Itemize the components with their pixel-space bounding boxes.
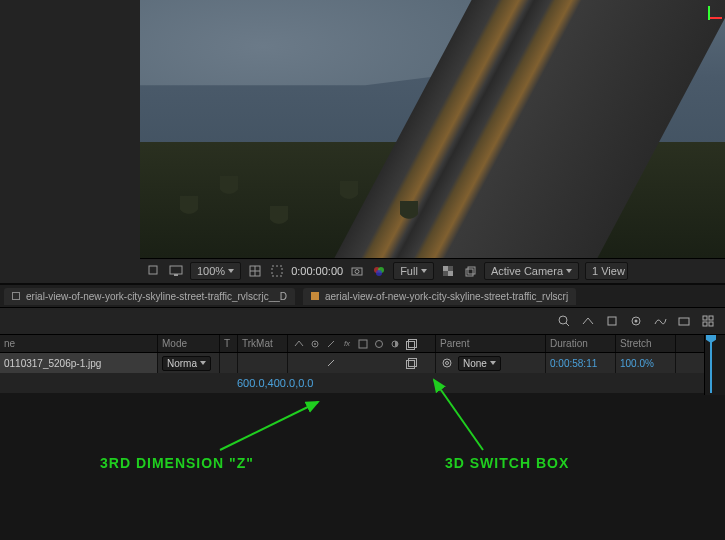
svg-point-35 (443, 359, 451, 367)
svg-point-18 (559, 316, 567, 324)
tab-label: aerial-view-of-new-york-city-skyline-str… (325, 291, 568, 302)
axis-gizmo-icon[interactable] (697, 6, 719, 28)
quality-switch[interactable] (324, 356, 338, 370)
timeline-column-headers: ne Mode T TrkMat fx Parent Duration Stre… (0, 335, 725, 353)
svg-rect-17 (468, 267, 475, 274)
zoom-dropdown[interactable]: 100% (190, 262, 241, 280)
3d-switch-header-icon (404, 337, 418, 351)
camera-view-value: Active Camera (491, 265, 563, 277)
zoom-value: 100% (197, 265, 225, 277)
svg-rect-2 (174, 274, 178, 276)
transparency-grid-icon[interactable] (440, 263, 456, 279)
svg-rect-14 (448, 266, 453, 271)
position-property-row: 600.0,400.0,0.0 (0, 373, 725, 393)
parent-dropdown[interactable]: None (458, 356, 501, 371)
resolution-dropdown[interactable]: Full (393, 262, 434, 280)
resolution-value: Full (400, 265, 418, 277)
tab-indicator-icon (12, 292, 20, 300)
frame-blend-icon[interactable] (603, 312, 621, 330)
col-duration[interactable]: Duration (546, 335, 616, 352)
svg-line-34 (328, 360, 334, 366)
svg-rect-27 (709, 322, 713, 326)
col-switches: fx (288, 335, 436, 352)
display-icon[interactable] (168, 263, 184, 279)
composition-tab[interactable]: aerial-view-of-new-york-city-skyline-str… (303, 288, 576, 305)
timecode-display[interactable]: 0:00:00:00 (291, 265, 343, 277)
timeline-ruler[interactable] (704, 335, 725, 395)
blend-mode-dropdown[interactable]: Norma (162, 356, 211, 371)
view-count-dropdown[interactable]: 1 View (585, 262, 628, 280)
fx-switch[interactable] (340, 356, 354, 370)
position-z[interactable]: 0.0 (298, 377, 313, 389)
timeline-tabs-bar: erial-view-of-new-york-city-skyline-stre… (0, 285, 725, 307)
chevron-down-icon (200, 361, 206, 365)
tab-indicator-icon (311, 292, 319, 300)
render-queue-icon[interactable] (675, 312, 693, 330)
annotation-switch-label: 3D SWITCH BOX (445, 455, 569, 471)
shy-switch[interactable] (292, 356, 306, 370)
col-name[interactable]: ne (0, 335, 158, 352)
view3d-icon[interactable] (462, 263, 478, 279)
svg-point-32 (376, 340, 383, 347)
svg-rect-24 (703, 316, 707, 320)
motion-blur-icon[interactable] (627, 312, 645, 330)
frame-blend-header-icon (356, 337, 370, 351)
annotation-z-label: 3RD DIMENSION "Z" (100, 455, 254, 471)
layer-row[interactable]: 0110317_5206p-1.jpg Norma None 0:00:58:1… (0, 353, 725, 373)
svg-rect-6 (272, 266, 282, 276)
svg-point-22 (635, 320, 638, 323)
3d-layer-switch[interactable] (404, 356, 418, 370)
chevron-down-icon (421, 269, 427, 273)
timeline-toolbar (0, 307, 725, 335)
frame-blend-switch[interactable] (356, 356, 370, 370)
col-mode[interactable]: Mode (158, 335, 220, 352)
col-parent[interactable]: Parent (436, 335, 546, 352)
tab-label: erial-view-of-new-york-city-skyline-stre… (26, 291, 287, 302)
svg-point-11 (376, 270, 382, 276)
chevron-down-icon (228, 269, 234, 273)
collapse-switch[interactable] (308, 356, 322, 370)
shy-icon[interactable] (579, 312, 597, 330)
camera-view-dropdown[interactable]: Active Camera (484, 262, 579, 280)
preview-controls-bar: 100% 0:00:00:00 Full Active Camera (140, 258, 725, 282)
adjustment-switch[interactable] (388, 356, 402, 370)
position-x[interactable]: 600.0 (237, 377, 265, 389)
grid-icon[interactable] (247, 263, 263, 279)
shy-switch-header-icon (292, 337, 306, 351)
composition-preview-panel: 100% 0:00:00:00 Full Active Camera (0, 0, 725, 283)
position-y[interactable]: 400.0 (268, 377, 296, 389)
parent-pickwhip-icon[interactable] (440, 356, 454, 370)
col-t[interactable]: T (220, 335, 238, 352)
snapshot-icon[interactable] (349, 263, 365, 279)
layer-stretch[interactable]: 100.0% (616, 353, 676, 373)
col-stretch[interactable]: Stretch (616, 335, 676, 352)
svg-rect-1 (170, 266, 182, 274)
layer-switches-icon[interactable] (699, 312, 717, 330)
svg-line-19 (566, 323, 569, 326)
magnify-icon[interactable] (146, 263, 162, 279)
layer-name[interactable]: 0110317_5206p-1.jpg (4, 358, 101, 369)
fx-switch-header-icon: fx (340, 337, 354, 351)
svg-line-30 (328, 341, 334, 347)
parent-value: None (463, 358, 487, 369)
mask-toggle-icon[interactable] (269, 263, 285, 279)
composition-tab[interactable]: erial-view-of-new-york-city-skyline-stre… (4, 288, 295, 305)
motion-blur-switch[interactable] (372, 356, 386, 370)
col-trkmat[interactable]: TrkMat (238, 335, 288, 352)
chevron-down-icon (490, 361, 496, 365)
blend-mode-value: Norma (167, 358, 197, 369)
chevron-down-icon (566, 269, 572, 273)
graph-editor-icon[interactable] (651, 312, 669, 330)
svg-point-8 (355, 269, 359, 273)
channels-icon[interactable] (371, 263, 387, 279)
layer-duration[interactable]: 0:00:58:11 (546, 353, 616, 373)
footage-preview (140, 0, 725, 258)
view-count-value: 1 View (592, 265, 625, 277)
svg-point-29 (314, 343, 316, 345)
svg-rect-15 (443, 271, 448, 276)
composition-viewport[interactable] (140, 0, 725, 258)
svg-rect-20 (608, 317, 616, 325)
quality-switch-header-icon (324, 337, 338, 351)
svg-rect-12 (443, 266, 448, 271)
search-icon[interactable] (555, 312, 573, 330)
